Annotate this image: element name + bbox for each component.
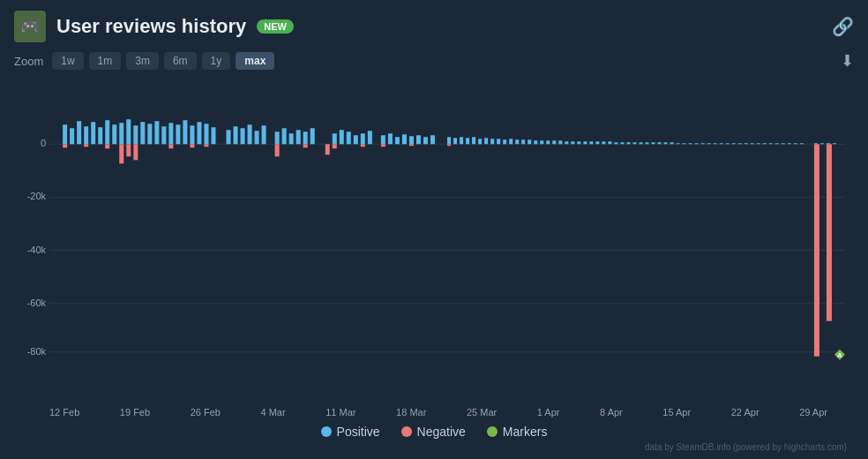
svg-rect-125 — [133, 144, 138, 160]
svg-rect-86 — [620, 142, 624, 144]
svg-rect-91 — [652, 142, 655, 144]
svg-rect-90 — [646, 142, 649, 144]
svg-rect-37 — [262, 125, 266, 144]
svg-rect-132 — [333, 144, 337, 148]
svg-rect-56 — [423, 137, 428, 144]
svg-rect-134 — [381, 144, 385, 147]
svg-rect-46 — [347, 132, 351, 144]
svg-rect-80 — [583, 141, 587, 144]
positive-dot — [321, 426, 332, 437]
svg-rect-83 — [602, 141, 605, 144]
svg-rect-33 — [234, 126, 238, 144]
x-label-4mar: 4 Mar — [261, 407, 286, 418]
svg-rect-23 — [154, 121, 159, 144]
svg-rect-69 — [515, 139, 519, 144]
svg-rect-120 — [63, 144, 67, 147]
x-label-12feb: 12 Feb — [49, 407, 79, 418]
svg-rect-28 — [190, 125, 194, 144]
svg-rect-106 — [745, 143, 748, 144]
svg-rect-68 — [509, 139, 513, 144]
svg-rect-126 — [168, 144, 173, 148]
svg-rect-123 — [119, 144, 123, 163]
svg-text:A: A — [837, 351, 842, 359]
svg-rect-25 — [168, 123, 173, 144]
svg-rect-76 — [558, 140, 562, 144]
svg-rect-65 — [490, 139, 494, 144]
svg-rect-110 — [769, 143, 773, 144]
svg-rect-115 — [800, 143, 804, 144]
svg-rect-14 — [91, 122, 95, 144]
x-label-18mar: 18 Mar — [396, 407, 426, 418]
svg-rect-12 — [77, 121, 81, 144]
x-label-19feb: 19 Feb — [120, 407, 150, 418]
svg-text:-20k: -20k — [27, 191, 47, 201]
svg-rect-128 — [204, 144, 208, 147]
svg-rect-52 — [395, 137, 400, 144]
svg-rect-105 — [738, 143, 742, 144]
svg-rect-119 — [833, 143, 836, 144]
svg-rect-102 — [720, 143, 723, 144]
svg-rect-108 — [757, 143, 760, 144]
svg-rect-50 — [381, 135, 385, 144]
svg-rect-88 — [632, 142, 636, 144]
svg-rect-114 — [794, 143, 797, 144]
svg-text:0: 0 — [41, 138, 46, 148]
svg-rect-36 — [255, 131, 259, 144]
zoom-1w-button[interactable]: 1w — [52, 52, 83, 70]
x-label-11mar: 11 Mar — [326, 407, 355, 418]
svg-rect-34 — [241, 128, 245, 144]
zoom-3m-button[interactable]: 3m — [126, 52, 159, 70]
new-badge: NEW — [257, 19, 294, 34]
svg-rect-15 — [98, 127, 102, 144]
svg-rect-71 — [528, 139, 531, 144]
svg-rect-96 — [683, 143, 686, 144]
zoom-6m-button[interactable]: 6m — [164, 52, 197, 70]
svg-rect-67 — [503, 139, 506, 144]
svg-rect-107 — [751, 143, 754, 144]
svg-rect-130 — [303, 144, 308, 147]
zoom-max-button[interactable]: max — [236, 52, 274, 70]
x-axis: 12 Feb 19 Feb 26 Feb 4 Mar 11 Mar 18 Mar… — [14, 407, 854, 418]
link-icon[interactable]: 🔗 — [832, 16, 854, 37]
download-icon[interactable]: ⬇ — [841, 51, 854, 71]
svg-rect-118 — [827, 143, 830, 144]
zoom-1y-button[interactable]: 1y — [202, 52, 231, 70]
svg-rect-17 — [112, 124, 116, 144]
svg-rect-53 — [402, 134, 407, 144]
svg-rect-49 — [368, 131, 372, 144]
svg-rect-60 — [460, 137, 463, 144]
negative-dot — [401, 426, 412, 437]
zoom-label: Zoom — [14, 55, 43, 68]
svg-rect-97 — [689, 143, 692, 144]
svg-rect-32 — [227, 130, 231, 144]
svg-rect-47 — [354, 135, 358, 144]
svg-rect-39 — [282, 128, 287, 144]
svg-rect-10 — [63, 124, 67, 144]
x-label-22apr: 22 Apr — [731, 407, 760, 418]
svg-rect-22 — [147, 124, 152, 144]
toolbar: Zoom 1w 1m 3m 6m 1y max ⬇ — [14, 51, 854, 71]
legend-positive: Positive — [321, 425, 380, 439]
svg-rect-100 — [707, 143, 711, 144]
svg-rect-127 — [190, 144, 194, 147]
svg-rect-54 — [409, 136, 414, 144]
svg-rect-48 — [361, 133, 365, 144]
svg-rect-74 — [546, 140, 550, 144]
markers-dot — [487, 426, 498, 437]
svg-rect-63 — [478, 139, 482, 144]
svg-rect-95 — [677, 143, 680, 144]
svg-rect-131 — [326, 144, 330, 154]
svg-rect-98 — [695, 143, 699, 144]
zoom-1m-button[interactable]: 1m — [89, 52, 122, 70]
toolbar-left: Zoom 1w 1m 3m 6m 1y max — [14, 52, 274, 70]
svg-rect-104 — [732, 143, 736, 144]
svg-rect-64 — [484, 138, 488, 144]
legend-negative: Negative — [401, 425, 466, 439]
svg-rect-81 — [589, 141, 593, 144]
svg-rect-57 — [430, 135, 435, 144]
svg-rect-27 — [183, 120, 187, 144]
svg-rect-113 — [788, 143, 791, 144]
svg-rect-58 — [447, 137, 451, 144]
svg-rect-117 — [820, 143, 824, 144]
svg-rect-38 — [275, 132, 280, 144]
